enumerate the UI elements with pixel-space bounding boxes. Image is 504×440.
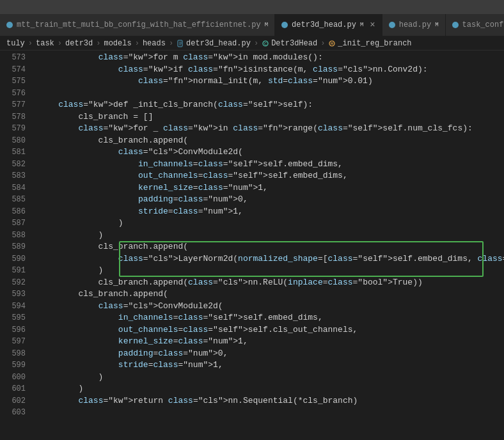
code-line: stride=class="num">1, xyxy=(38,359,504,372)
line-number: 576 xyxy=(0,88,26,100)
tab-file-icon xyxy=(281,22,288,28)
bc-tuly[interactable]: tuly xyxy=(6,39,25,48)
code-line: padding=class="num">0, xyxy=(38,194,504,206)
tab-modified-indicator: M xyxy=(265,22,268,28)
bc-filename[interactable]: detr3d_head.py xyxy=(186,39,251,48)
title-bar xyxy=(0,0,504,14)
line-number: 580 xyxy=(0,135,26,147)
code-line: in_channels=class="self">self.embed_dims… xyxy=(38,159,504,171)
line-number: 583 xyxy=(0,170,26,182)
line-number: 590 xyxy=(0,253,26,265)
code-line: cls_branch = [] xyxy=(38,111,504,123)
file-icon xyxy=(177,40,184,47)
code-line: out_channels=class="self">self.embed_dim… xyxy=(38,170,504,182)
line-number: 601 xyxy=(0,383,26,395)
code-line: kernel_size=class="num">1, xyxy=(38,336,504,348)
line-number-gutter: 5735745755765775785795805815825835845855… xyxy=(0,51,32,440)
bc-detr3d[interactable]: detr3d xyxy=(65,39,93,48)
code-editor: 5735745755765775785795805815825835845855… xyxy=(0,51,504,440)
bc-class[interactable]: Detr3dHead xyxy=(271,39,317,48)
code-line: cls_branch.append(class="cls">nn.ReLU(in… xyxy=(38,277,504,289)
method-icon: M xyxy=(328,40,336,47)
line-number: 591 xyxy=(0,265,26,277)
code-line: class="fn">normal_init(m, std=class="num… xyxy=(38,75,504,88)
class-icon: C xyxy=(262,40,269,47)
bc-method-group: M _init_reg_branch xyxy=(328,39,411,48)
line-number: 593 xyxy=(0,288,26,301)
tab-file-icon xyxy=(389,22,395,28)
line-number: 585 xyxy=(0,194,26,206)
line-number: 597 xyxy=(0,336,26,348)
code-line: ) xyxy=(38,230,504,242)
line-number: 602 xyxy=(0,395,26,407)
code-line: ) xyxy=(38,383,504,395)
code-line: class="kw">if class="fn">isinstance(m, c… xyxy=(38,64,504,76)
code-line: class="kw">def _init_cls_branch(class="s… xyxy=(38,99,504,111)
bc-task[interactable]: task xyxy=(36,39,54,48)
code-line: cls_branch.append( xyxy=(38,135,504,147)
line-number: 589 xyxy=(0,241,26,253)
line-number: 573 xyxy=(0,52,26,64)
code-line: in_channels=class="self">self.embed_dims… xyxy=(38,312,504,324)
tab-file-icon xyxy=(452,22,459,28)
code-line: stride=class="num">1, xyxy=(38,206,504,218)
code-line: class="cls">LayerNorm2d(normalized_shape… xyxy=(38,253,504,265)
line-number: 578 xyxy=(0,111,26,123)
line-number: 582 xyxy=(0,159,26,171)
line-number: 598 xyxy=(0,348,26,360)
code-content[interactable]: class="kw">for m class="kw">in mod.modul… xyxy=(32,51,504,440)
line-number: 594 xyxy=(0,301,26,313)
code-line: class="kw">return class="cls">nn.Sequent… xyxy=(38,395,504,407)
tab-modified-indicator: M xyxy=(435,22,438,28)
bc-file-icon-group: detr3d_head.py xyxy=(177,39,251,48)
line-number: 574 xyxy=(0,64,26,76)
tab-label: detr3d_head.py xyxy=(292,20,356,29)
line-number: 596 xyxy=(0,324,26,336)
line-number: 577 xyxy=(0,99,26,111)
code-line: padding=class="num">0, xyxy=(38,348,504,360)
code-line xyxy=(38,407,504,419)
bc-class-group: C Detr3dHead xyxy=(262,39,317,48)
tab-bar: mtt_train_mtt_muti_bb_config_with_hat_ef… xyxy=(0,14,504,36)
tab-label: task_conf xyxy=(462,20,504,29)
line-number: 595 xyxy=(0,312,26,324)
bc-method[interactable]: _init_reg_branch xyxy=(338,39,411,48)
code-line: ) xyxy=(38,265,504,277)
svg-text:M: M xyxy=(331,42,333,47)
code-line: kernel_size=class="num">1, xyxy=(38,182,504,194)
line-number: 603 xyxy=(0,407,26,419)
tab-modified-indicator: M xyxy=(360,22,363,28)
line-number: 584 xyxy=(0,182,26,194)
breadcrumb: tuly › task › detr3d › models › heads › … xyxy=(0,36,504,51)
tab-detr3d[interactable]: detr3d_head.py M × xyxy=(275,14,382,36)
code-line: cls_branch.append( xyxy=(38,241,504,253)
line-number: 587 xyxy=(0,217,26,230)
tab-label: mtt_train_mtt_muti_bb_config_with_hat_ef… xyxy=(17,20,261,29)
code-line: cls_branch.append( xyxy=(38,288,504,301)
bc-models[interactable]: models xyxy=(104,39,131,48)
tab-close-button[interactable]: × xyxy=(370,20,375,30)
svg-text:C: C xyxy=(264,42,267,47)
code-line: out_channels=class="self">self.cls_out_c… xyxy=(38,324,504,336)
code-line: class="cls">ConvModule2d( xyxy=(38,301,504,313)
line-number: 575 xyxy=(0,75,26,88)
line-number: 581 xyxy=(0,146,26,159)
tab-label: head.py xyxy=(399,20,431,29)
tab-mtt[interactable]: mtt_train_mtt_muti_bb_config_with_hat_ef… xyxy=(0,14,275,36)
line-number: 592 xyxy=(0,277,26,289)
bc-heads[interactable]: heads xyxy=(143,39,166,48)
code-line xyxy=(38,88,504,100)
code-line: class="kw">for _ class="kw">in class="fn… xyxy=(38,123,504,135)
code-line: ) xyxy=(38,372,504,384)
line-number: 599 xyxy=(0,359,26,372)
tab-file-icon xyxy=(6,22,13,28)
line-number: 588 xyxy=(0,230,26,242)
code-line: class="cls">ConvModule2d( xyxy=(38,146,504,159)
line-number: 586 xyxy=(0,206,26,218)
code-line: class="kw">for m class="kw">in mod.modul… xyxy=(38,52,504,64)
code-line: ) xyxy=(38,217,504,230)
tab-taskconf[interactable]: task_conf xyxy=(446,14,504,36)
tab-head[interactable]: head.py M xyxy=(382,14,446,36)
line-number: 600 xyxy=(0,372,26,384)
line-number: 579 xyxy=(0,123,26,135)
